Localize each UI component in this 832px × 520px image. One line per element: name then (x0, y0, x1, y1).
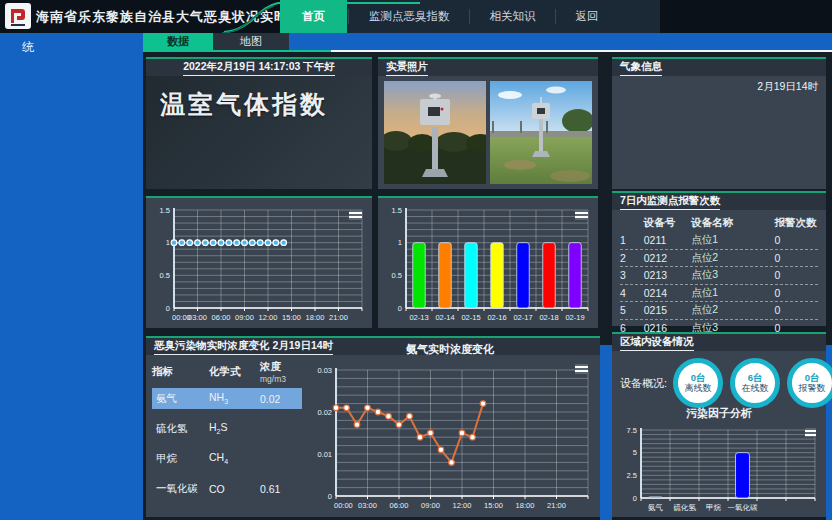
top-bar: 海南省乐东黎族自治县大气恶臭状况实时发布系 首页监测点恶臭指数相关知识返回 (0, 0, 832, 33)
svg-text:一氧化碳: 一氧化碳 (728, 503, 759, 512)
ammonia-trend-chart: 00:0003:0006:0009:0012:0015:0018:0021:00… (306, 362, 594, 512)
svg-text:12:00: 12:00 (259, 313, 278, 322)
svg-text:02-19: 02-19 (565, 313, 584, 322)
unit-label: mg/m3 (260, 374, 302, 384)
svg-text:2.5: 2.5 (627, 471, 637, 480)
odor-concentration-panel: 恶臭污染物实时浓度变化 2月19日14时 指标 化学式 浓度 mg/m3 氨气N… (146, 336, 600, 517)
svg-text:03:00: 03:00 (188, 313, 207, 322)
greenhouse-trend-panel: 00:0003:0006:0009:0012:0015:0018:0021:00… (146, 196, 372, 328)
svg-text:18:00: 18:00 (516, 501, 535, 510)
svg-text:0: 0 (398, 304, 402, 313)
nav-item-1[interactable]: 监测点恶臭指数 (351, 0, 468, 33)
weather-panel: 气象信息 2月19日14时 (612, 57, 826, 189)
col-device-name: 设备名称 (691, 216, 774, 230)
svg-text:12:00: 12:00 (453, 501, 472, 510)
nav-item-0[interactable]: 首页 (280, 0, 347, 33)
gas-table-row[interactable]: 氨气NH30.02 (152, 388, 302, 409)
svg-text:氨气: 氨气 (648, 503, 663, 512)
brand-logo-icon (5, 3, 31, 29)
svg-text:1: 1 (166, 238, 170, 247)
overview-label: 设备概况: (620, 376, 667, 391)
svg-text:5: 5 (633, 448, 637, 457)
svg-text:1.5: 1.5 (392, 206, 402, 215)
gas-table-row[interactable]: 一氧化碳CO0.61 (152, 478, 302, 499)
svg-text:21:00: 21:00 (547, 501, 566, 510)
alarm-table-row: 10211点位10 (620, 232, 818, 250)
alarm-table-header: 设备号 设备名称 报警次数 (620, 214, 818, 232)
chart-toolbox-icon[interactable] (573, 208, 590, 222)
device-circle-1: 6台在线数 (730, 358, 780, 408)
devices-panel: 区域内设备情况 设备概况: 0台离线数6台在线数0台报警数 污染因子分析 氨气硫… (612, 332, 826, 517)
col-alarm-count: 报警次数 (774, 216, 818, 230)
factor-analysis-title: 污染因子分析 (612, 406, 826, 421)
gas-table-header: 指标 化学式 浓度 mg/m3 (152, 360, 302, 384)
chart-toolbox-icon[interactable] (573, 362, 590, 376)
device-circles: 0台离线数6台在线数0台报警数 (673, 358, 832, 408)
svg-text:1.5: 1.5 (160, 206, 170, 215)
greenhouse-headline: 温室气体指数 (146, 76, 372, 121)
daily-odor-bar-chart: 02-1302-1402-1502-1602-1702-1802-1900.51… (380, 202, 594, 324)
nav-item-2[interactable]: 相关知识 (472, 0, 554, 33)
svg-text:18:00: 18:00 (306, 313, 325, 322)
weather-title: 气象信息 (620, 60, 662, 76)
tabbar-blue-strip (288, 33, 832, 50)
svg-text:21:00: 21:00 (329, 313, 348, 322)
alarm-panel-title: 7日内监测点报警次数 (620, 194, 720, 210)
device-circle-0: 0台离线数 (673, 358, 723, 408)
main-nav: 首页监测点恶臭指数相关知识返回 (278, 0, 660, 33)
svg-text:0.01: 0.01 (317, 450, 332, 459)
photos-panel: 实景照片 (378, 57, 598, 189)
gas-table-row[interactable]: 硫化氢H2S (152, 418, 302, 439)
svg-text:15:00: 15:00 (484, 501, 503, 510)
left-sidebar[interactable]: 统 (0, 33, 143, 520)
chart-toolbox-icon[interactable] (347, 208, 364, 222)
site-photo-dusk (384, 81, 486, 184)
svg-text:02-15: 02-15 (461, 313, 480, 322)
svg-text:09:00: 09:00 (421, 501, 440, 510)
svg-text:09:00: 09:00 (235, 313, 254, 322)
svg-text:0: 0 (166, 304, 170, 313)
gas-table-row[interactable]: 甲烷CH4 (152, 448, 302, 469)
datetime-bar: 2022年2月19日 14:17:03 下午好 (146, 59, 372, 76)
svg-text:0.03: 0.03 (317, 366, 332, 375)
pollution-factor-chart: 氨气硫化氢甲烷一氧化碳02.557.5 (615, 422, 821, 514)
svg-text:0: 0 (633, 494, 637, 503)
chart-toolbox-icon[interactable] (803, 426, 818, 439)
alarm-table-body: 10211点位1020212点位2030213点位3040214点位105021… (620, 232, 818, 337)
devices-panel-title: 区域内设备情况 (620, 335, 694, 351)
photo-strip (378, 76, 598, 189)
svg-text:02-14: 02-14 (435, 313, 454, 322)
nav-item-3[interactable]: 返回 (558, 0, 617, 33)
tab-bar: 数据地图 (143, 33, 289, 50)
tab-0[interactable]: 数据 (143, 33, 213, 50)
svg-text:0.5: 0.5 (392, 271, 402, 280)
sidebar-label: 统 (22, 39, 34, 56)
tab-1[interactable]: 地图 (213, 33, 289, 50)
svg-text:15:00: 15:00 (282, 313, 301, 322)
gas-table-body: 氨气NH30.02硫化氢H2S甲烷CH4一氧化碳CO0.61 (152, 388, 302, 499)
svg-text:02-17: 02-17 (513, 313, 532, 322)
col-concentration: 浓度 mg/m3 (260, 360, 302, 384)
weather-timestamp: 2月19日14时 (612, 76, 826, 94)
alarm-table-row: 50215点位20 (620, 302, 818, 320)
col-formula: 化学式 (209, 365, 260, 379)
datetime-text: 2022年2月19日 14:17:03 下午好 (183, 60, 335, 76)
alarm-table-row: 40214点位10 (620, 285, 818, 303)
svg-text:00:00: 00:00 (334, 501, 353, 510)
photos-title: 实景照片 (386, 60, 428, 76)
svg-text:06:00: 06:00 (212, 313, 231, 322)
svg-text:02-18: 02-18 (539, 313, 558, 322)
svg-text:0.02: 0.02 (317, 408, 332, 417)
svg-text:7.5: 7.5 (627, 426, 637, 435)
col-device-id: 设备号 (644, 216, 692, 230)
svg-text:06:00: 06:00 (390, 501, 409, 510)
device-overview-row: 设备概况: 0台离线数6台在线数0台报警数 (612, 358, 826, 408)
greenhouse-body: 温室气体指数 (146, 76, 372, 189)
greenhouse-trend-chart: 00:0003:0006:0009:0012:0015:0018:0021:00… (148, 202, 368, 324)
site-photo-field (490, 81, 592, 184)
alarm-table-row: 30213点位30 (620, 267, 818, 285)
svg-text:1: 1 (398, 238, 402, 247)
svg-text:03:00: 03:00 (358, 501, 377, 510)
alarm-count-panel: 7日内监测点报警次数 设备号 设备名称 报警次数 10211点位1020212点… (612, 191, 826, 326)
gas-table: 指标 化学式 浓度 mg/m3 氨气NH30.02硫化氢H2S甲烷CH4一氧化碳… (152, 360, 302, 508)
